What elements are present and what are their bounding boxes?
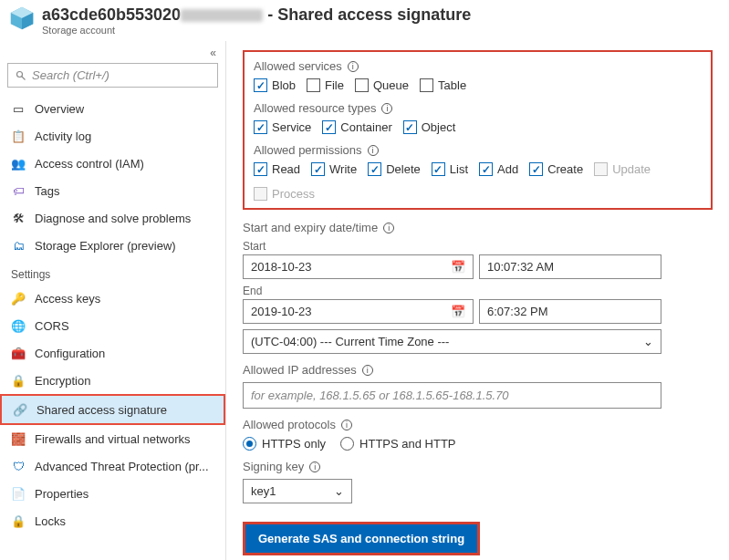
tag-icon: 🏷 [11,183,26,198]
resource-type-label: Storage account [42,25,471,36]
svg-point-3 [17,71,23,77]
config-icon: 🧰 [11,346,26,360]
search-input[interactable]: Search (Ctrl+/) [7,63,218,88]
generate-sas-button[interactable]: Generate SAS and connection string [243,522,480,555]
start-date-input[interactable]: 2018-10-23📅 [243,254,474,279]
link-icon: 🔗 [13,402,27,417]
info-icon[interactable]: i [383,223,394,233]
sidebar-item-shared-access-signature[interactable]: 🔗Shared access signature [0,394,225,425]
sidebar-item-configuration[interactable]: 🧰Configuration [0,339,225,367]
page-title: a63cde60b553020 - Shared access signatur… [42,5,471,25]
info-icon[interactable]: i [348,61,359,72]
sidebar-item-activity-log[interactable]: 📋Activity log [0,122,225,150]
sidebar-item-firewalls[interactable]: 🧱Firewalls and virtual networks [0,425,225,452]
checkbox-add[interactable]: Add [479,162,518,176]
sidebar-item-encryption[interactable]: 🔒Encryption [0,367,225,394]
calendar-icon: 📅 [451,305,465,318]
checkbox-file[interactable]: File [307,78,344,92]
diagnose-icon: 🛠 [11,211,26,225]
search-icon [16,70,26,81]
signing-key-select[interactable]: key1⌄ [243,479,352,503]
timezone-select[interactable]: (UTC-04:00) --- Current Time Zone ---⌄ [243,329,661,354]
sidebar-item-access-control[interactable]: 👥Access control (IAM) [0,150,225,177]
checkbox-process: Process [254,187,315,201]
storage-explorer-icon: 🗂 [11,238,26,253]
sidebar-item-diagnose[interactable]: 🛠Diagnose and solve problems [0,204,225,232]
start-label: Start [243,240,713,253]
page-header: a63cde60b553020 - Shared access signatur… [0,0,729,41]
radio-https-and-http[interactable]: HTTPS and HTTP [340,437,455,451]
start-expiry-label: Start and expiry date/timei [243,221,713,234]
svg-line-4 [22,76,26,79]
sidebar-item-tags[interactable]: 🏷Tags [0,177,225,204]
settings-section-label: Settings [0,259,225,285]
end-time-input[interactable]: 6:07:32 PM [479,299,661,324]
checkbox-container[interactable]: Container [322,120,391,134]
calendar-icon: 📅 [451,260,465,274]
sidebar: « Search (Ctrl+/) ▭Overview 📋Activity lo… [0,41,226,560]
storage-account-icon [9,5,35,31]
signing-key-label: Signing keyi [243,460,713,473]
cors-icon: 🌐 [11,318,26,333]
allowed-services-label: Allowed servicesi [254,59,702,73]
chevron-down-icon: ⌄ [334,484,344,498]
activity-log-icon: 📋 [11,129,26,143]
iam-icon: 👥 [11,156,26,171]
checkbox-table[interactable]: Table [420,78,466,92]
checkbox-list[interactable]: List [432,162,468,176]
shield-icon: 🛡 [11,459,26,473]
overview-icon: ▭ [11,101,26,116]
chevron-down-icon: ⌄ [643,335,653,348]
highlighted-settings-box: Allowed servicesi Blob File Queue Table … [243,50,713,210]
redacted-id [181,9,263,22]
checkbox-update: Update [594,162,651,176]
checkbox-service[interactable]: Service [254,120,311,134]
locks-icon: 🔒 [11,513,26,528]
allowed-permissions-label: Allowed permissionsi [254,143,702,157]
key-icon: 🔑 [11,291,26,306]
sidebar-item-storage-explorer[interactable]: 🗂Storage Explorer (preview) [0,232,225,259]
checkbox-write[interactable]: Write [311,162,357,176]
firewall-icon: 🧱 [11,431,26,446]
checkbox-delete[interactable]: Delete [368,162,421,176]
allowed-protocols-label: Allowed protocolsi [243,418,713,431]
sidebar-item-cors[interactable]: 🌐CORS [0,312,225,339]
collapse-sidebar-button[interactable]: « [0,47,225,63]
info-icon[interactable]: i [381,103,392,114]
sidebar-item-access-keys[interactable]: 🔑Access keys [0,285,225,312]
allowed-ip-label: Allowed IP addressesi [243,363,713,377]
checkbox-queue[interactable]: Queue [355,78,409,92]
end-label: End [243,285,713,297]
properties-icon: 📄 [11,486,26,501]
end-date-input[interactable]: 2019-10-23📅 [243,299,474,324]
lock-icon: 🔒 [11,373,26,388]
allowed-resource-types-label: Allowed resource typesi [254,101,702,115]
sidebar-item-advanced-threat[interactable]: 🛡Advanced Threat Protection (pr... [0,452,225,480]
checkbox-read[interactable]: Read [254,162,300,176]
info-icon[interactable]: i [341,420,352,430]
sidebar-item-properties[interactable]: 📄Properties [0,480,225,507]
checkbox-create[interactable]: Create [529,162,583,176]
info-icon[interactable]: i [368,145,379,156]
sidebar-item-locks[interactable]: 🔒Locks [0,507,225,534]
info-icon[interactable]: i [362,365,373,376]
main-content: Allowed servicesi Blob File Queue Table … [226,41,729,560]
checkbox-object[interactable]: Object [403,120,456,134]
sidebar-item-overview[interactable]: ▭Overview [0,95,225,122]
start-time-input[interactable]: 10:07:32 AM [479,254,661,279]
checkbox-blob[interactable]: Blob [254,78,296,92]
radio-https-only[interactable]: HTTPS only [243,437,326,451]
allowed-ip-input[interactable]: for example, 168.1.5.65 or 168.1.5.65-16… [243,382,661,409]
info-icon[interactable]: i [309,461,320,472]
